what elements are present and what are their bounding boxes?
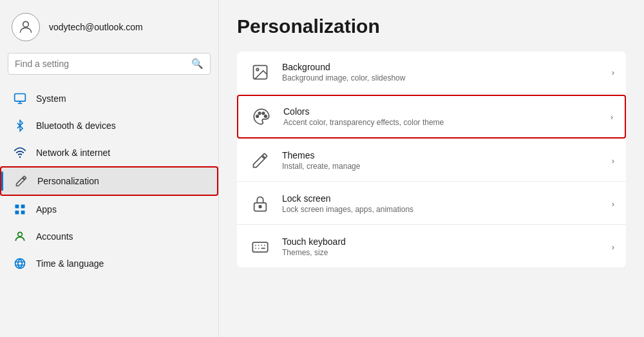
svg-point-8 [15, 259, 25, 269]
background-text: Background Background image, color, slid… [282, 62, 601, 82]
page-title: Personalization [237, 15, 626, 37]
svg-point-10 [256, 68, 259, 71]
person-icon [13, 229, 27, 244]
sidebar-item-time[interactable]: Time & language [0, 250, 218, 277]
lock-screen-name: Lock screen [282, 193, 601, 204]
touch-keyboard-text: Touch keyboard Themes, size [282, 236, 601, 257]
settings-list: Background Background image, color, slid… [237, 52, 626, 267]
chevron-icon-lock-screen: › [612, 199, 614, 209]
lock-screen-desc: Lock screen images, apps, animations [282, 205, 601, 214]
apps-icon [13, 202, 27, 217]
svg-point-0 [23, 21, 29, 27]
svg-point-7 [18, 232, 23, 236]
sidebar-item-accounts[interactable]: Accounts [0, 223, 218, 250]
touch-keyboard-name: Touch keyboard [282, 236, 601, 247]
svg-point-13 [262, 112, 265, 115]
svg-rect-1 [15, 94, 26, 102]
sidebar-item-label-time: Time & language [36, 258, 104, 269]
sidebar-item-personalization[interactable]: Personalization [0, 166, 218, 196]
svg-rect-6 [21, 211, 25, 215]
colors-desc: Accent color, transparency effects, colo… [283, 118, 600, 127]
globe-icon [13, 256, 27, 271]
search-box[interactable]: 🔍 [8, 53, 211, 75]
image-icon [249, 61, 272, 84]
svg-rect-17 [252, 242, 267, 252]
themes-text: Themes Install, create, manage [282, 150, 601, 171]
user-section: vodytech@outlook.com [0, 0, 218, 53]
sidebar-item-label-network: Network & internet [36, 148, 110, 158]
search-input[interactable] [15, 59, 186, 69]
svg-rect-4 [21, 205, 25, 209]
keyboard-icon [249, 235, 272, 258]
chevron-icon-background: › [612, 68, 614, 77]
background-name: Background [282, 62, 601, 72]
sidebar-item-label-personalization: Personalization [37, 176, 99, 186]
svg-point-2 [19, 156, 21, 158]
svg-rect-5 [15, 211, 19, 215]
lock-icon [249, 192, 272, 215]
user-email: vodytech@outlook.com [49, 22, 143, 32]
chevron-icon-touch-keyboard: › [612, 242, 614, 252]
svg-rect-3 [15, 205, 19, 209]
sidebar-item-label-apps: Apps [36, 204, 57, 215]
avatar [12, 13, 40, 41]
sidebar-item-system[interactable]: System [0, 85, 218, 112]
chevron-icon-colors: › [611, 112, 613, 122]
svg-point-12 [258, 112, 261, 115]
svg-point-14 [265, 115, 267, 118]
brush-icon [14, 174, 28, 188]
setting-item-colors[interactable]: Colors Accent color, transparency effect… [237, 95, 626, 139]
setting-item-lock-screen[interactable]: Lock screen Lock screen images, apps, an… [237, 183, 626, 225]
network-icon [13, 146, 27, 160]
sidebar-item-label-system: System [36, 93, 66, 104]
sidebar: vodytech@outlook.com 🔍 System Bluetooth … [0, 0, 219, 337]
background-desc: Background image, color, slideshow [282, 73, 601, 82]
bluetooth-icon [13, 119, 27, 133]
sidebar-item-apps[interactable]: Apps [0, 196, 218, 223]
sidebar-item-label-accounts: Accounts [36, 231, 73, 242]
nav-list: System Bluetooth & devices Network & int… [0, 81, 218, 337]
monitor-icon [13, 91, 27, 106]
main-content: Personalization Background Background im… [219, 0, 644, 337]
setting-item-touch-keyboard[interactable]: Touch keyboard Themes, size › [237, 226, 626, 267]
svg-point-16 [259, 206, 261, 208]
setting-item-themes[interactable]: Themes Install, create, manage › [237, 140, 626, 182]
palette-icon [250, 105, 273, 128]
colors-text: Colors Accent color, transparency effect… [283, 106, 600, 127]
touch-keyboard-desc: Themes, size [282, 248, 601, 257]
sidebar-item-network[interactable]: Network & internet [0, 139, 218, 166]
sidebar-item-label-bluetooth: Bluetooth & devices [36, 120, 116, 131]
sidebar-item-bluetooth[interactable]: Bluetooth & devices [0, 112, 218, 139]
colors-name: Colors [283, 106, 600, 117]
themes-name: Themes [282, 150, 601, 160]
setting-item-background[interactable]: Background Background image, color, slid… [237, 52, 626, 93]
lock-screen-text: Lock screen Lock screen images, apps, an… [282, 193, 601, 214]
svg-point-11 [256, 115, 259, 118]
themes-desc: Install, create, manage [282, 162, 601, 171]
chevron-icon-themes: › [612, 156, 614, 166]
search-icon: 🔍 [191, 58, 204, 70]
brush-themes-icon [249, 149, 272, 172]
